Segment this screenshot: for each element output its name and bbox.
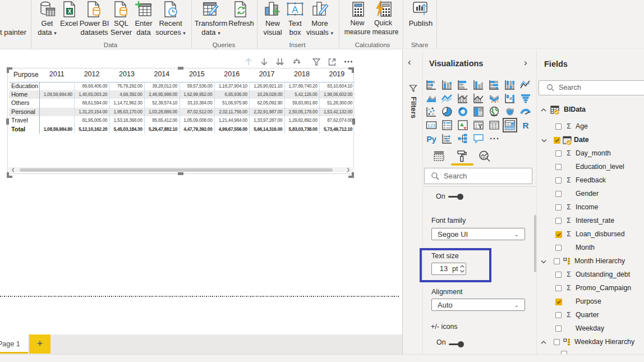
svg-text:X: X bbox=[68, 8, 72, 15]
svg-text:A: A bbox=[292, 4, 298, 15]
svg-text:Py: Py bbox=[426, 135, 436, 144]
svg-text:123: 123 bbox=[427, 123, 435, 129]
svg-text:R: R bbox=[522, 121, 528, 130]
